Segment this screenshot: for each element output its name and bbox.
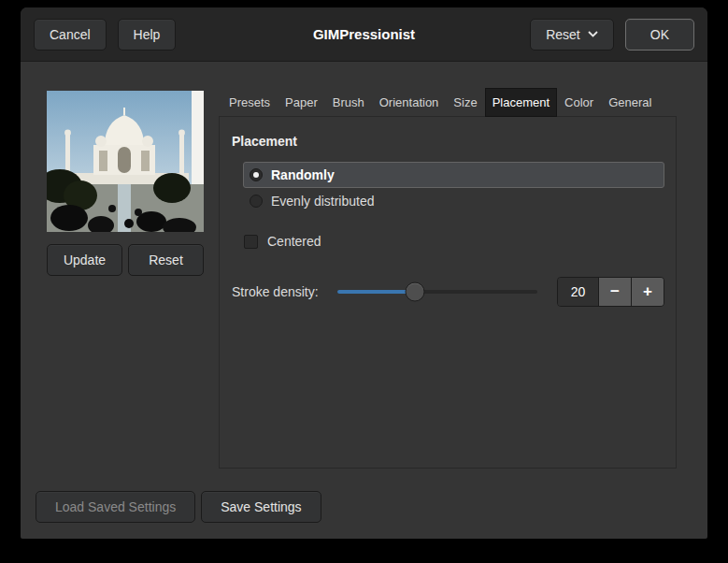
tab-color[interactable]: Color: [557, 88, 601, 117]
stroke-density-decrement-button[interactable]: −: [598, 278, 631, 306]
gimpressionist-dialog: Cancel Help GIMPressionist Reset OK: [21, 7, 707, 539]
tab-presets[interactable]: Presets: [221, 88, 278, 117]
stroke-density-row: Stroke density: 20 − +: [232, 277, 664, 307]
slider-fill: [337, 290, 415, 294]
help-button[interactable]: Help: [118, 19, 177, 51]
tab-paper[interactable]: Paper: [278, 88, 325, 117]
radio-randomly-label: Randomly: [271, 167, 335, 182]
radio-selected-icon: [250, 168, 263, 181]
stroke-density-increment-button[interactable]: +: [631, 278, 664, 306]
tab-brush[interactable]: Brush: [325, 88, 372, 117]
dialog-header: Cancel Help GIMPressionist Reset OK: [21, 7, 707, 62]
save-settings-button[interactable]: Save Settings: [201, 491, 321, 523]
cancel-button[interactable]: Cancel: [34, 19, 107, 51]
header-left-actions: Cancel Help: [34, 19, 176, 51]
placement-panel: Placement Randomly Evenly distributed Ce…: [219, 116, 677, 469]
header-right-actions: Reset OK: [530, 19, 694, 51]
checkbox-unchecked-icon: [244, 235, 258, 249]
update-button[interactable]: Update: [47, 244, 122, 276]
preview-reset-button[interactable]: Reset: [128, 244, 204, 276]
radio-option-randomly[interactable]: Randomly: [243, 162, 664, 188]
preview-column: Update Reset: [47, 91, 204, 276]
tab-size[interactable]: Size: [446, 88, 484, 117]
stroke-density-slider-handle[interactable]: [406, 282, 425, 302]
dialog-footer: Load Saved Settings Save Settings: [36, 491, 321, 523]
desktop: { "colors": { "accent_blue": "#3a76b0", …: [0, 0, 728, 563]
dialog-content: Update Reset Presets Paper Brush Orienta…: [21, 62, 707, 522]
ok-button[interactable]: OK: [625, 19, 694, 51]
reset-dropdown-label: Reset: [546, 28, 580, 41]
tab-bar: Presets Paper Brush Orientation Size Pla…: [219, 88, 677, 117]
radio-evenly-label: Evenly distributed: [271, 194, 375, 209]
radio-option-evenly-distributed[interactable]: Evenly distributed: [243, 188, 664, 214]
stroke-density-spinbox: 20 − +: [557, 277, 664, 307]
reset-dropdown-button[interactable]: Reset: [530, 19, 614, 51]
tab-orientation[interactable]: Orientation: [372, 88, 447, 117]
load-saved-settings-button[interactable]: Load Saved Settings: [36, 491, 195, 523]
tab-placement[interactable]: Placement: [485, 88, 557, 117]
preview-buttons: Update Reset: [47, 244, 204, 276]
stroke-density-slider[interactable]: [337, 282, 537, 302]
chevron-down-icon: [588, 31, 598, 37]
placement-radio-group: Randomly Evenly distributed: [243, 162, 664, 214]
settings-notebook: Presets Paper Brush Orientation Size Pla…: [219, 88, 677, 469]
stroke-density-label: Stroke density:: [232, 284, 337, 299]
placement-section-title: Placement: [232, 134, 664, 149]
stroke-density-value-field[interactable]: 20: [558, 278, 598, 306]
tab-general[interactable]: General: [601, 88, 659, 117]
preview-image: [47, 91, 204, 232]
centered-checkbox-row[interactable]: Centered: [244, 234, 664, 249]
dialog-title: GIMPressionist: [313, 26, 415, 42]
centered-label: Centered: [267, 234, 321, 249]
radio-unselected-icon: [250, 195, 263, 208]
